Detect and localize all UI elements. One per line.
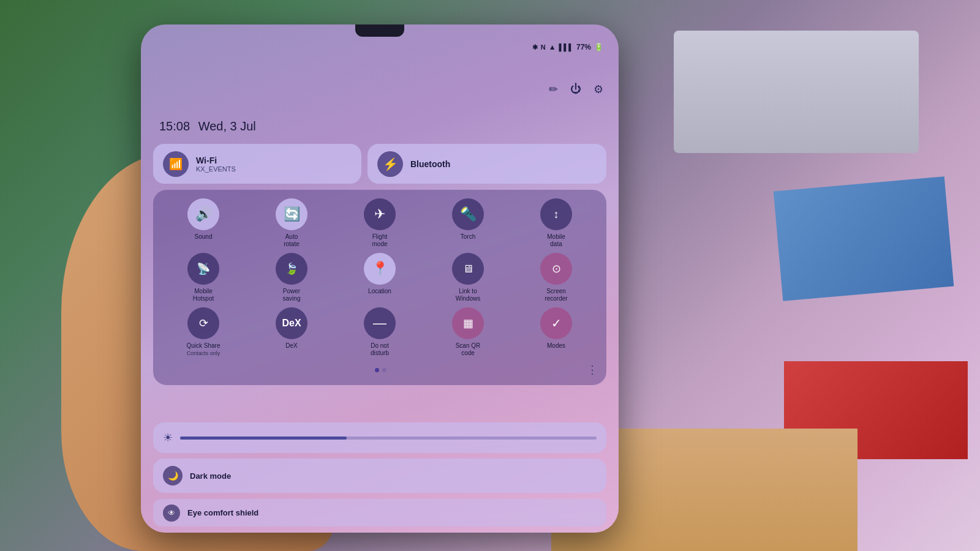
bluetooth-tile[interactable]: ⚡ Bluetooth	[368, 144, 606, 184]
power-icon[interactable]: ⏻	[570, 83, 581, 96]
modes-tile[interactable]: ✓ Modes	[514, 307, 598, 357]
link-to-windows-icon-circle: 🖥	[452, 253, 484, 285]
modes-icon-circle: ✓	[540, 307, 572, 339]
eye-comfort-icon: 👁	[163, 504, 180, 522]
screen-recorder-label: Screenrecorder	[545, 288, 567, 302]
brightness-icon: ☀	[163, 431, 173, 444]
dex-label: DeX	[285, 342, 297, 349]
battery-text: 77%	[576, 43, 591, 51]
dot-2	[382, 368, 386, 372]
more-options-icon[interactable]: ⋮	[587, 363, 598, 377]
mobile-data-tile[interactable]: ↕ Mobiledata	[514, 198, 598, 248]
phone-frame: ✱ N ▲ ▌▌▌ 77% 🔋 ✏ ⏻ ⚙ 15:08 Wed, 3 Jul 📶…	[141, 24, 619, 533]
power-saving-label: Powersaving	[283, 288, 301, 302]
blue-book-decoration	[774, 176, 954, 301]
location-label: Location	[368, 288, 391, 294]
brightness-track[interactable]	[180, 437, 597, 440]
power-saving-icon-circle: 🍃	[276, 253, 307, 285]
mobile-hotspot-tile[interactable]: 📡 MobileHotspot	[162, 253, 245, 302]
torch-icon-circle: 🔦	[452, 198, 484, 230]
link-to-windows-tile[interactable]: 🖥 Link toWindows	[426, 253, 510, 302]
dark-mode-label: Dark mode	[190, 471, 231, 481]
do-not-disturb-icon-circle: —	[364, 307, 396, 339]
auto-rotate-icon-circle: 🔄	[276, 198, 307, 230]
date-display: Wed, 3 Jul	[198, 119, 256, 133]
mobile-data-icon-circle: ↕	[540, 198, 572, 230]
torch-label: Torch	[461, 233, 475, 240]
flight-mode-tile[interactable]: ✈ Flightmode	[338, 198, 421, 248]
screen-recorder-tile[interactable]: ⊙ Screenrecorder	[514, 253, 598, 302]
quick-tiles-container: 🔊 Sound 🔄 Autorotate ✈ Flightmode 🔦 Torc…	[153, 190, 606, 385]
signal-icon: ▌▌▌	[559, 43, 573, 51]
datetime-display: 15:08 Wed, 3 Jul	[159, 119, 256, 133]
dex-icon-circle: DeX	[276, 307, 307, 339]
header-icons: ✏ ⏻ ⚙	[549, 83, 603, 96]
bluetooth-icon: ✱	[532, 43, 538, 51]
mobile-data-label: Mobiledata	[547, 233, 565, 248]
status-bar: ✱ N ▲ ▌▌▌ 77% 🔋	[532, 43, 603, 51]
eye-comfort-label: Eye comfort shield	[187, 508, 258, 517]
settings-icon[interactable]: ⚙	[594, 83, 603, 96]
bluetooth-label: Bluetooth	[410, 159, 450, 169]
sound-tile[interactable]: 🔊 Sound	[162, 198, 245, 248]
location-icon-circle: 📍	[364, 253, 396, 285]
wifi-text: Wi-Fi KX_EVENTS	[196, 156, 236, 173]
wifi-name: Wi-Fi	[196, 156, 236, 165]
scan-qr-icon-circle: ▦	[452, 307, 484, 339]
torch-tile[interactable]: 🔦 Torch	[426, 198, 510, 248]
time-display: 15:08	[159, 119, 190, 133]
flight-mode-icon-circle: ✈	[364, 198, 396, 230]
nfc-icon: N	[541, 43, 546, 51]
dark-mode-row[interactable]: 🌙 Dark mode	[153, 459, 606, 493]
brightness-slider[interactable]: ☀	[153, 422, 606, 453]
gray-top-decoration	[674, 31, 919, 153]
phone-notch	[355, 24, 404, 37]
mobile-hotspot-label: MobileHotspot	[193, 288, 214, 302]
wifi-status-icon: ▲	[549, 43, 556, 51]
battery-icon: 🔋	[594, 43, 603, 51]
dark-mode-icon-circle: 🌙	[163, 466, 183, 485]
quick-share-label: Quick ShareContacts only	[186, 342, 220, 357]
edit-icon[interactable]: ✏	[549, 83, 558, 96]
brightness-fill	[180, 437, 347, 440]
bluetooth-icon-circle: ⚡	[377, 151, 403, 177]
scan-qr-label: Scan QRcode	[456, 342, 481, 357]
sound-label: Sound	[195, 233, 213, 240]
location-tile[interactable]: 📍 Location	[338, 253, 421, 302]
auto-rotate-tile[interactable]: 🔄 Autorotate	[250, 198, 333, 248]
quick-share-icon-circle: ⟳	[187, 307, 219, 339]
screen-recorder-icon-circle: ⊙	[540, 253, 572, 285]
wifi-network: KX_EVENTS	[196, 165, 236, 173]
flight-mode-label: Flightmode	[372, 233, 387, 248]
link-to-windows-label: Link toWindows	[456, 288, 481, 302]
scan-qr-tile[interactable]: ▦ Scan QRcode	[426, 307, 510, 357]
sound-icon-circle: 🔊	[187, 198, 219, 230]
dot-1	[375, 368, 379, 372]
eye-comfort-row[interactable]: 👁 Eye comfort shield	[153, 499, 606, 527]
auto-rotate-label: Autorotate	[284, 233, 300, 248]
modes-label: Modes	[547, 342, 565, 349]
do-not-disturb-tile[interactable]: — Do notdisturb	[338, 307, 421, 357]
page-dots	[375, 368, 386, 372]
power-saving-tile[interactable]: 🍃 Powersaving	[250, 253, 333, 302]
wifi-icon-circle: 📶	[163, 151, 189, 177]
wifi-icon: 📶	[169, 157, 183, 171]
bluetooth-tile-icon: ⚡	[383, 157, 398, 171]
quick-share-tile[interactable]: ⟳ Quick ShareContacts only	[162, 307, 245, 357]
wifi-tile[interactable]: 📶 Wi-Fi KX_EVENTS	[153, 144, 361, 184]
dex-tile[interactable]: DeX DeX	[250, 307, 333, 357]
mobile-hotspot-icon-circle: 📡	[187, 253, 219, 285]
do-not-disturb-label: Do notdisturb	[371, 342, 389, 357]
